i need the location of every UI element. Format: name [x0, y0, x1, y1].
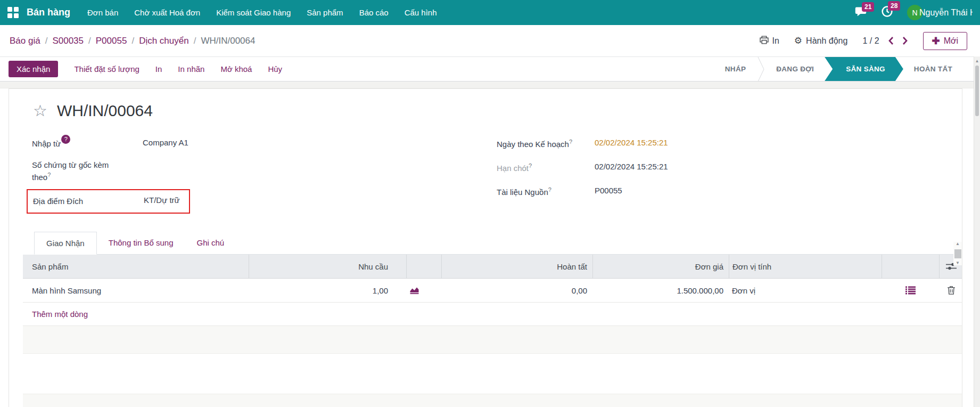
field-label: Nhập từ? — [32, 138, 143, 150]
breadcrumb: Báo giá / S00035 / P00055 / Dịch chuyển … — [10, 36, 255, 46]
help-icon: ? — [61, 135, 70, 144]
header-product[interactable]: Sản phẩm — [23, 255, 249, 278]
field-label: Ngày theo Kế hoạch? — [497, 138, 595, 150]
trash-icon[interactable] — [947, 286, 956, 295]
nav-menu-cho-xuat-hoa-don[interactable]: Chờ xuất Hoá đơn — [134, 8, 200, 17]
breadcrumb-s00035[interactable]: S00035 — [52, 36, 84, 46]
unlock-button[interactable]: Mở khoá — [220, 64, 252, 74]
activities-badge: 28 — [888, 1, 900, 11]
nav-menu-don-ban[interactable]: Đơn bán — [87, 8, 118, 17]
header-uom[interactable]: Đơn vị tính — [729, 255, 882, 278]
cell-demand[interactable]: 1,00 — [249, 279, 406, 302]
scroll-down-icon[interactable]: ▼ — [956, 261, 960, 265]
field-label: Địa điểm Đích — [32, 196, 144, 207]
tab-ghi-chu[interactable]: Ghi chú — [185, 232, 236, 254]
confirm-button[interactable]: Xác nhận — [9, 61, 58, 77]
activities-button[interactable]: 28 — [881, 5, 893, 20]
pager-value[interactable]: 1 / 2 — [862, 36, 879, 46]
header-done[interactable]: Hoàn tất — [441, 255, 592, 278]
field-receive-from: Nhập từ? Company A1 — [32, 138, 497, 150]
new-button[interactable]: ✚ Mới — [923, 32, 967, 50]
stage-san-sang[interactable]: SẴN SÀNG — [825, 57, 903, 81]
avatar-initial: N — [912, 9, 917, 17]
help-icon: ? — [529, 162, 532, 169]
empty-row — [23, 394, 962, 407]
plus-icon: ✚ — [932, 36, 940, 46]
action-menu-button[interactable]: ⚙ Hành động — [794, 35, 848, 46]
field-value-location[interactable]: KT/Dự trữ — [144, 196, 180, 205]
field-value-partner[interactable]: Company A1 — [143, 138, 188, 147]
header-spacer — [406, 255, 441, 278]
cancel-button[interactable]: Hủy — [268, 64, 282, 74]
chevron-right-icon[interactable] — [902, 36, 908, 45]
breadcrumb-bao-gia[interactable]: Báo giá — [10, 36, 40, 46]
nav-menu-cau-hinh[interactable]: Cấu hình — [405, 8, 437, 17]
nav-menu-san-pham[interactable]: Sản phẩm — [307, 8, 343, 17]
scroll-up-icon[interactable]: ▲ — [956, 242, 960, 246]
stage-dang-doi[interactable]: ĐANG ĐỢI — [764, 57, 826, 81]
stage-hoan-tat[interactable]: HOÀN TẤT — [902, 57, 964, 81]
nav-menu-kiem-soat-giao-hang[interactable]: Kiểm soát Giao hàng — [216, 8, 291, 17]
field-value-deadline[interactable]: 02/02/2024 15:25:21 — [595, 162, 668, 171]
operations-table: Sản phẩm Nhu cầu Hoàn tất Đơn giá Đơn vị… — [23, 255, 962, 407]
tab-thong-tin-bo-sung[interactable]: Thông tin Bổ sung — [97, 232, 185, 254]
print-icon — [760, 36, 769, 46]
page: Bán hàng Đơn bán Chờ xuất Hoá đơn Kiểm s… — [0, 0, 980, 407]
field-label: Hạn chót? — [497, 162, 595, 174]
page-scrollbar[interactable]: ▲ — [974, 56, 980, 407]
breadcrumb-p00055[interactable]: P00055 — [96, 36, 127, 46]
app-name[interactable]: Bán hàng — [27, 7, 70, 18]
breadcrumb-current: WH/IN/00064 — [201, 36, 255, 46]
form-sheet: ☆ WH/IN/00064 Nhập từ? Company A1 Số chứ… — [9, 88, 962, 407]
document-title: WH/IN/00064 — [57, 102, 153, 120]
inner-scrollbar[interactable]: ▲ ▼ — [953, 242, 962, 265]
favorite-star-icon[interactable]: ☆ — [33, 103, 47, 119]
print-label: In — [772, 36, 779, 46]
add-line-link[interactable]: Thêm một dòng — [23, 310, 88, 319]
forecast-chart-icon[interactable] — [409, 286, 419, 295]
header-demand[interactable]: Nhu cầu — [249, 255, 406, 278]
messages-button[interactable]: 21 — [855, 6, 867, 19]
messages-badge: 21 — [862, 2, 874, 12]
header-unit-price[interactable]: Đơn giá — [592, 255, 729, 278]
scroll-thumb[interactable] — [975, 66, 979, 116]
stage-separator-icon — [757, 57, 764, 81]
breadcrumb-separator: / — [194, 36, 196, 46]
nav-menu-bao-cao[interactable]: Báo cáo — [359, 8, 389, 17]
print-labels-button[interactable]: In nhãn — [178, 64, 204, 74]
notebook-tabs: Giao Nhận Thông tin Bổ sung Ghi chú — [34, 232, 962, 255]
main-menu: Đơn bán Chờ xuất Hoá đơn Kiểm soát Giao … — [87, 8, 437, 17]
cell-product[interactable]: Màn hình Samsung — [23, 279, 249, 302]
statusbar: Xác nhận Thiết đặt số lượng In In nhãn M… — [0, 56, 980, 82]
help-icon: ? — [47, 172, 51, 178]
empty-row — [23, 326, 962, 354]
control-panel: Báo giá / S00035 / P00055 / Dịch chuyển … — [0, 25, 980, 56]
breadcrumb-separator: / — [45, 36, 48, 46]
help-icon: ? — [569, 139, 572, 145]
stage-nhap[interactable]: NHÁP — [713, 57, 757, 81]
field-destination-location: Địa điểm Đích KT/Dự trữ — [32, 196, 184, 207]
new-label: Mới — [944, 36, 958, 46]
user-menu[interactable]: N Nguyễn Thái H — [907, 5, 973, 20]
breadcrumb-separator: / — [88, 36, 91, 46]
detailed-operations-list-icon[interactable] — [905, 286, 916, 295]
set-quantities-button[interactable]: Thiết đặt số lượng — [74, 64, 139, 74]
print-button[interactable]: In — [760, 36, 779, 46]
field-value-source-doc[interactable]: P00055 — [595, 186, 622, 195]
help-icon: ? — [548, 186, 551, 193]
tab-giao-nhan[interactable]: Giao Nhận — [34, 232, 97, 255]
apps-grid-icon[interactable] — [7, 7, 19, 19]
cell-unit-price[interactable]: 1.500.000,00 — [592, 279, 729, 302]
chevron-left-icon[interactable] — [888, 36, 894, 45]
field-value-scheduled-date[interactable]: 02/02/2024 15:25:21 — [595, 138, 668, 147]
print-action-button[interactable]: In — [155, 64, 162, 74]
scroll-up-icon[interactable]: ▲ — [974, 56, 980, 63]
field-group: Nhập từ? Company A1 Số chứng từ gốc kèm … — [9, 138, 962, 214]
cell-uom[interactable]: Đơn vị — [729, 279, 882, 302]
status-pipeline: NHÁP ĐANG ĐỢI SẴN SÀNG HOÀN TẤT — [713, 57, 980, 81]
cell-done[interactable]: 0,00 — [441, 279, 592, 302]
user-name: Nguyễn Thái H — [919, 8, 973, 18]
breadcrumb-dich-chuyen[interactable]: Dịch chuyển — [139, 36, 189, 46]
field-deadline: Hạn chót? 02/02/2024 15:25:21 — [497, 162, 962, 174]
scroll-thumb[interactable] — [954, 249, 961, 258]
